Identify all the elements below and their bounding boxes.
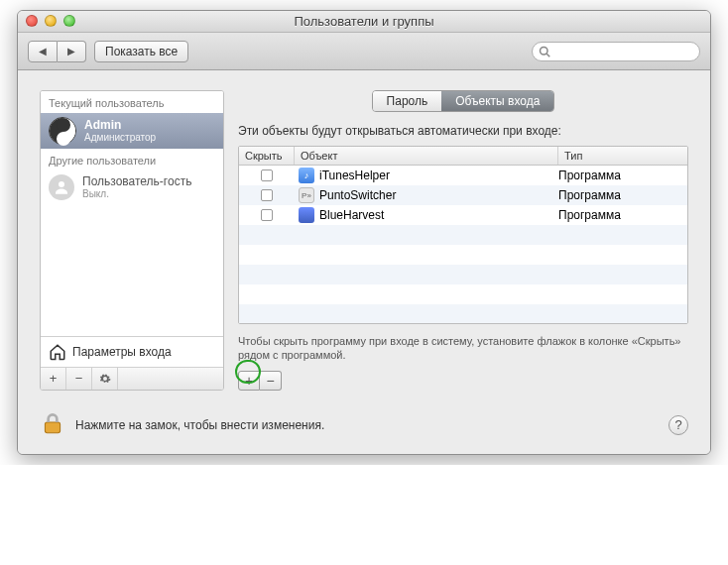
svg-point-2	[59, 181, 64, 187]
table-header: Скрыть Объект Тип	[239, 147, 687, 166]
current-user-header: Текущий пользователь	[41, 91, 223, 113]
table-row[interactable]: BlueHarvestПрограмма	[239, 205, 687, 225]
zoom-window-button[interactable]	[63, 15, 75, 27]
house-icon	[49, 343, 66, 361]
nav-group: ◀ ▶	[28, 41, 86, 62]
titlebar: Пользователи и группы	[18, 11, 710, 33]
item-type: Программа	[558, 169, 687, 182]
preferences-window: Пользователи и группы ◀ ▶ Показать все Т…	[17, 10, 711, 455]
lock-button[interactable]	[40, 410, 65, 440]
tabs: Пароль Объекты входа	[238, 90, 688, 112]
col-hide[interactable]: Скрыть	[239, 147, 295, 165]
gear-icon	[99, 373, 111, 385]
guest-name: Пользователь-гость	[82, 174, 191, 188]
svg-point-0	[541, 47, 548, 55]
login-items-caption: Эти объекты будут открываться автоматиче…	[238, 124, 688, 138]
table-row-empty	[239, 304, 687, 324]
app-icon: ♪	[299, 168, 314, 183]
guest-avatar-icon	[49, 174, 74, 200]
hide-note: Чтобы скрыть программу при входе в систе…	[238, 334, 688, 363]
main-panel: Пароль Объекты входа Эти объекты будут о…	[238, 90, 688, 391]
back-button[interactable]: ◀	[28, 41, 58, 62]
hide-checkbox[interactable]	[261, 189, 273, 201]
user-avatar-icon	[49, 117, 76, 145]
tab-login-items[interactable]: Объекты входа	[441, 91, 553, 111]
footer: Нажмите на замок, чтобы внести изменения…	[18, 402, 710, 454]
window-controls	[26, 15, 75, 27]
lock-icon	[40, 410, 65, 436]
hide-checkbox[interactable]	[261, 170, 273, 181]
chevron-right-icon: ▶	[67, 46, 75, 56]
table-row[interactable]: P»PuntoSwitcherПрограмма	[239, 185, 687, 205]
user-role: Администратор	[84, 132, 156, 144]
tab-password[interactable]: Пароль	[373, 91, 442, 111]
lock-text: Нажмите на замок, чтобы внести изменения…	[75, 418, 659, 432]
hide-checkbox[interactable]	[261, 209, 273, 221]
window-title: Пользователи и группы	[294, 14, 433, 29]
user-actions-button[interactable]	[92, 368, 118, 390]
app-icon	[299, 207, 314, 223]
other-users-header: Другие пользователи	[41, 149, 223, 170]
item-name: BlueHarvest	[319, 208, 384, 222]
add-item-button[interactable]: +	[238, 371, 260, 391]
sidebar-user-admin[interactable]: Admin Администратор	[41, 113, 223, 149]
item-name: PuntoSwitcher	[319, 188, 396, 202]
login-items-table: Скрыть Объект Тип ♪iTunesHelperПрограмма…	[238, 146, 688, 324]
table-row[interactable]: ♪iTunesHelperПрограмма	[239, 166, 687, 185]
col-type[interactable]: Тип	[558, 147, 687, 165]
remove-item-button[interactable]: −	[260, 371, 282, 391]
remove-user-button[interactable]: −	[66, 368, 92, 390]
show-all-button[interactable]: Показать все	[94, 41, 188, 62]
add-user-button[interactable]: +	[41, 368, 66, 390]
minimize-window-button[interactable]	[45, 15, 57, 27]
item-type: Программа	[558, 208, 687, 222]
table-row-empty	[239, 265, 687, 284]
svg-line-1	[546, 54, 549, 56]
toolbar: ◀ ▶ Показать все	[18, 33, 710, 70]
content-area: Текущий пользователь Admin Администратор…	[18, 70, 710, 402]
search-input[interactable]	[554, 46, 693, 57]
guest-status: Выкл.	[82, 188, 191, 200]
add-remove-group: + −	[238, 371, 688, 391]
forward-button[interactable]: ▶	[58, 41, 86, 62]
login-options-button[interactable]: Параметры входа	[41, 336, 223, 367]
table-row-empty	[239, 284, 687, 304]
sidebar-buttons: + −	[41, 367, 223, 390]
item-name: iTunesHelper	[319, 169, 390, 182]
chevron-left-icon: ◀	[39, 46, 47, 56]
item-type: Программа	[558, 188, 687, 202]
sidebar-user-guest[interactable]: Пользователь-гость Выкл.	[41, 170, 223, 204]
search-field[interactable]	[532, 42, 700, 61]
table-row-empty	[239, 245, 687, 265]
login-options-label: Параметры входа	[72, 345, 172, 359]
help-button[interactable]: ?	[668, 415, 688, 435]
svg-rect-3	[45, 422, 60, 433]
table-row-empty	[239, 225, 687, 245]
col-object[interactable]: Объект	[295, 147, 558, 165]
close-window-button[interactable]	[26, 15, 38, 27]
user-name: Admin	[84, 118, 156, 132]
user-sidebar: Текущий пользователь Admin Администратор…	[40, 90, 224, 391]
search-icon	[539, 46, 550, 57]
app-icon: P»	[299, 187, 314, 203]
